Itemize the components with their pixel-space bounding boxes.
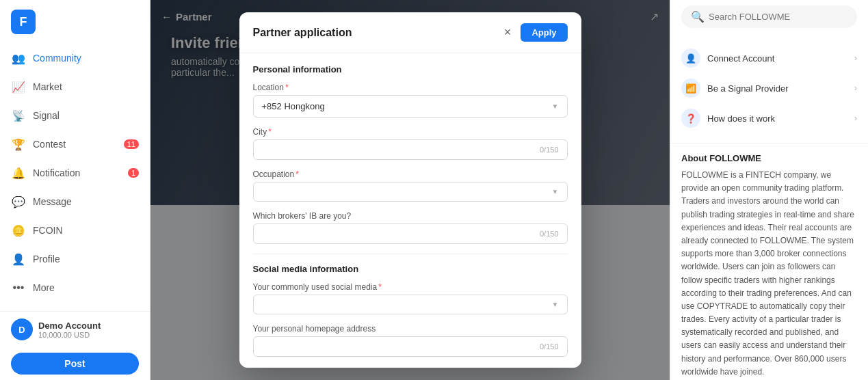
how-it-works-icon: ❓ — [681, 109, 700, 128]
how-it-works-item[interactable]: ❓ How does it work › — [681, 103, 857, 133]
more-icon: ••• — [11, 280, 26, 295]
signal-provider-label: Be a Signal Provider — [707, 83, 847, 94]
sidebar-item-label: Message — [33, 196, 72, 207]
occupation-field-group: Occupation * ▼ — [253, 169, 568, 202]
market-icon: 📈 — [11, 79, 26, 94]
location-label: Location * — [253, 83, 568, 92]
search-icon: 🔍 — [691, 10, 705, 23]
broker-ib-input[interactable]: 0/150 — [253, 223, 568, 244]
location-field-group: Location * +852 Hongkong ▼ — [253, 83, 568, 118]
city-input[interactable]: 0/150 — [253, 139, 568, 160]
partner-application-modal: Partner application × Apply Personal inf… — [239, 12, 581, 368]
sidebar-item-label: Market — [33, 81, 62, 92]
city-field-group: City * 0/150 — [253, 127, 568, 160]
main-content: ← Partner ↗ Invite friends to connect to… — [150, 0, 670, 380]
sidebar-item-message[interactable]: 💬 Message — [0, 187, 150, 216]
connect-account-item[interactable]: 👤 Connect Account › — [681, 43, 857, 73]
post-button[interactable]: Post — [11, 353, 139, 375]
right-panel: 🔍 👤 Connect Account › 📶 Be a Signal Prov… — [670, 0, 868, 380]
profile-icon: 👤 — [11, 252, 26, 267]
about-title: About FOLLOWME — [681, 153, 857, 163]
sidebar: F 👥 Community 📈 Market 📡 Signal 🏆 Contes… — [0, 0, 150, 380]
sidebar-item-more[interactable]: ••• More — [0, 273, 150, 302]
signal-provider-icon: 📶 — [681, 79, 700, 98]
right-arrow-icon: › — [854, 113, 857, 123]
modal-overlay[interactable]: Partner application × Apply Personal inf… — [150, 0, 670, 380]
city-char-count: 0/150 — [540, 146, 559, 154]
app-logo: F — [0, 0, 150, 44]
connect-account-section: 👤 Connect Account › 📶 Be a Signal Provid… — [670, 33, 868, 144]
modal-close-button[interactable]: × — [500, 24, 516, 41]
chevron-down-icon: ▼ — [552, 301, 559, 308]
social-media-platform-group: Your commonly used social media * ▼ — [253, 282, 568, 314]
contest-icon: 🏆 — [11, 137, 26, 152]
location-select[interactable]: +852 Hongkong ▼ — [253, 95, 568, 118]
modal-title: Partner application — [253, 27, 352, 39]
signal-icon: 📡 — [11, 108, 26, 123]
sidebar-item-fcoin[interactable]: 🪙 FCOIN — [0, 216, 150, 245]
connect-account-label: Connect Account — [707, 53, 847, 64]
homepage-address-label: Your personal homepage address — [253, 324, 568, 334]
how-it-works-label: How does it work — [707, 113, 847, 124]
sidebar-item-label: Community — [33, 53, 81, 64]
sidebar-nav: 👥 Community 📈 Market 📡 Signal 🏆 Contest … — [0, 44, 150, 311]
sidebar-item-label: Signal — [33, 110, 60, 121]
search-bar[interactable]: 🔍 — [681, 5, 857, 28]
user-info: Demo Account 10,000.00 USD — [38, 321, 101, 339]
occupation-select[interactable]: ▼ — [253, 182, 568, 202]
sidebar-item-label: FCOIN — [33, 225, 63, 236]
search-input[interactable] — [709, 12, 847, 22]
sidebar-item-label: Notification — [33, 167, 80, 178]
about-section: About FOLLOWME FOLLOWME is a FINTECH com… — [670, 144, 868, 380]
avatar: D — [11, 318, 33, 340]
message-icon: 💬 — [11, 194, 26, 209]
user-avatar-section: D Demo Account 10,000.00 USD — [0, 311, 150, 347]
location-value: +852 Hongkong — [262, 101, 325, 111]
about-text: FOLLOWME is a FINTECH company, we provid… — [681, 169, 857, 379]
occupation-label: Occupation * — [253, 169, 568, 179]
city-label: City * — [253, 127, 568, 137]
modal-header: Partner application × Apply — [239, 12, 581, 53]
sidebar-item-contest[interactable]: 🏆 Contest 11 — [0, 130, 150, 159]
logo-icon: F — [11, 10, 36, 34]
notification-badge: 1 — [128, 168, 139, 178]
right-arrow-icon: › — [854, 83, 857, 93]
right-arrow-icon: › — [854, 53, 857, 63]
homepage-address-input[interactable]: 0/150 — [253, 336, 568, 357]
notification-icon: 🔔 — [11, 165, 26, 180]
signal-provider-item[interactable]: 📶 Be a Signal Provider › — [681, 73, 857, 103]
contest-badge: 11 — [124, 139, 139, 149]
social-media-platform-label: Your commonly used social media * — [253, 282, 568, 292]
community-icon: 👥 — [11, 51, 26, 66]
broker-ib-char-count: 0/150 — [540, 230, 559, 238]
broker-ib-label: Which brokers' IB are you? — [253, 211, 568, 221]
sidebar-item-label: Contest — [33, 139, 66, 150]
social-media-title: Social media information — [253, 264, 568, 274]
sidebar-item-community[interactable]: 👥 Community — [0, 44, 150, 72]
chevron-down-icon: ▼ — [552, 188, 559, 195]
homepage-char-count: 0/150 — [540, 342, 559, 351]
fcoin-icon: 🪙 — [11, 223, 26, 238]
chevron-down-icon: ▼ — [552, 103, 559, 110]
modal-body: Personal information Location * +852 Hon… — [239, 53, 581, 368]
sidebar-item-signal[interactable]: 📡 Signal — [0, 101, 150, 130]
sidebar-item-market[interactable]: 📈 Market — [0, 72, 150, 101]
modal-actions: × Apply — [500, 23, 568, 42]
personal-info-title: Personal information — [253, 64, 568, 74]
sidebar-item-label: Profile — [33, 254, 60, 264]
sidebar-item-profile[interactable]: 👤 Profile — [0, 245, 150, 273]
connect-account-icon: 👤 — [681, 49, 700, 68]
modal-apply-button[interactable]: Apply — [521, 23, 567, 42]
section-divider — [253, 254, 568, 254]
broker-ib-field-group: Which brokers' IB are you? 0/150 — [253, 211, 568, 244]
sidebar-item-notification[interactable]: 🔔 Notification 1 — [0, 159, 150, 187]
user-balance: 10,000.00 USD — [38, 331, 101, 339]
homepage-address-group: Your personal homepage address 0/150 — [253, 324, 568, 357]
user-name: Demo Account — [38, 321, 101, 331]
social-media-select[interactable]: ▼ — [253, 295, 568, 314]
sidebar-item-label: More — [33, 282, 55, 293]
